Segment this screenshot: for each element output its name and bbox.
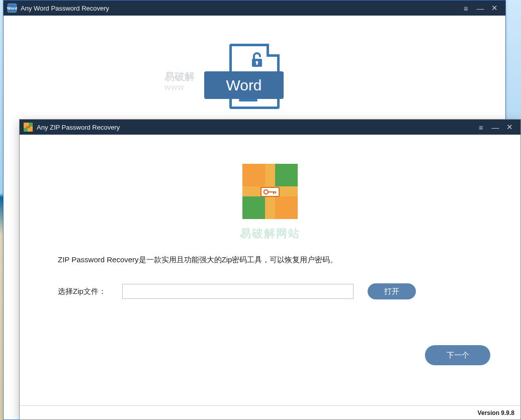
zip-watermark-text: 易破解网站 [240, 226, 300, 241]
word-app-icon: Word [8, 4, 17, 13]
word-minimize-button[interactable]: — [473, 1, 487, 15]
zip-window-body: 易破解网站 ZIP Password Recovery是一款实用且功能强大的Zi… [20, 135, 520, 405]
word-label-badge: Word [204, 71, 284, 99]
zip-minimize-button[interactable]: — [488, 120, 502, 134]
unlock-icon [249, 52, 265, 70]
zip-file-illustration [242, 164, 298, 219]
word-close-button[interactable]: ✕ [487, 1, 501, 15]
select-file-label: 选择Zip文件： [58, 287, 113, 296]
svg-rect-6 [275, 191, 276, 193]
svg-rect-2 [256, 63, 258, 65]
key-icon [260, 187, 280, 197]
watermark-subtext: WWW [164, 84, 185, 91]
watermark-text: 易破解 [164, 70, 195, 83]
zip-description-text: ZIP Password Recovery是一款实用且功能强大的Zip密码工具，… [58, 255, 337, 265]
word-titlebar: Word Any Word Password Recovery ≡ — ✕ [4, 1, 505, 16]
version-bar: Version 9.9.8 [20, 405, 520, 419]
file-path-input[interactable] [122, 284, 354, 299]
zip-menu-button[interactable]: ≡ [474, 120, 488, 134]
word-menu-button[interactable]: ≡ [459, 1, 473, 15]
version-text: Version 9.9.8 [478, 409, 514, 416]
svg-rect-5 [273, 191, 274, 194]
zip-window-title: Any ZIP Password Recovery [37, 124, 120, 131]
word-document-illustration: Word [204, 44, 305, 122]
open-button[interactable]: 打开 [368, 283, 416, 299]
zip-close-button[interactable]: ✕ [502, 120, 516, 134]
svg-point-3 [264, 190, 268, 194]
zip-badge-icon [24, 123, 33, 132]
word-badge-icon: Word [8, 4, 17, 13]
zip-icon [242, 164, 298, 219]
zip-titlebar: Any ZIP Password Recovery ≡ — ✕ [20, 120, 520, 135]
next-button[interactable]: 下一个 [425, 345, 490, 365]
file-select-row: 选择Zip文件： 打开 [58, 283, 490, 299]
zip-app-icon [24, 123, 33, 132]
word-window-title: Any Word Password Recovery [21, 5, 109, 12]
zip-recovery-window: Any ZIP Password Recovery ≡ — ✕ 易破解网站 ZI… [19, 119, 521, 420]
